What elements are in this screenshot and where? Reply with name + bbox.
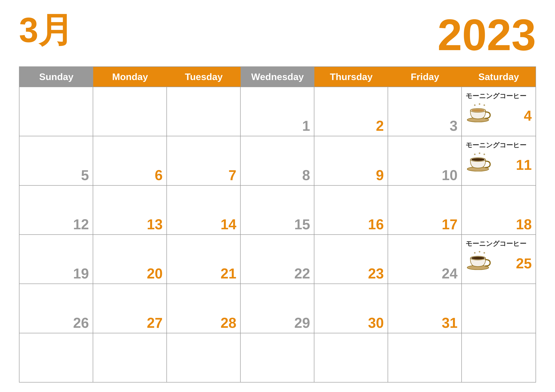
day-number: 29 xyxy=(294,316,310,330)
day-number: 18 xyxy=(516,217,532,231)
coffee-label: モーニングコーヒー xyxy=(466,141,526,150)
day-cell: モーニングコーヒー 4 xyxy=(462,87,535,136)
coffee-cup-icon xyxy=(466,249,491,271)
calendar-header: SundayMondayTuesdayWednesdayThursdayFrid… xyxy=(20,67,535,87)
day-number: 11 xyxy=(516,158,532,172)
day-header-friday: Friday xyxy=(388,67,462,87)
coffee-bottom: 25 xyxy=(466,249,532,271)
svg-point-14 xyxy=(471,257,485,259)
day-cell: 23 xyxy=(314,235,388,284)
day-number: 13 xyxy=(147,217,163,231)
week-row-3: 12131415161718 xyxy=(20,185,535,234)
day-number: 3 xyxy=(450,119,458,133)
svg-point-2 xyxy=(471,109,485,112)
day-cell: 21 xyxy=(167,235,241,284)
day-cell xyxy=(93,87,167,136)
day-number: 28 xyxy=(220,316,236,330)
day-cell: 6 xyxy=(93,136,167,185)
day-cell xyxy=(93,333,167,382)
svg-point-5 xyxy=(483,104,485,106)
coffee-event: モーニングコーヒー 11 xyxy=(466,139,532,172)
day-number: 22 xyxy=(294,266,310,281)
week-row-5: 262728293031 xyxy=(20,284,535,333)
svg-point-17 xyxy=(483,252,485,254)
day-number: 25 xyxy=(516,256,532,271)
day-number: 20 xyxy=(147,266,163,281)
day-header-wednesday: Wednesday xyxy=(241,67,314,87)
day-cell xyxy=(314,333,388,382)
day-cell: モーニングコーヒー 11 xyxy=(462,136,535,185)
day-cell: 1 xyxy=(241,87,314,136)
month-title: 3月 xyxy=(19,13,73,47)
week-row-6 xyxy=(20,333,535,382)
day-number: 31 xyxy=(442,316,458,330)
svg-point-15 xyxy=(474,252,475,254)
day-number: 23 xyxy=(368,266,384,281)
day-number: 1 xyxy=(302,119,310,133)
day-number: 24 xyxy=(442,266,458,281)
week-row-1: 123モーニングコーヒー 4 xyxy=(20,87,535,136)
day-cell: 22 xyxy=(241,235,314,284)
day-cell: 28 xyxy=(167,284,241,333)
day-cell: 16 xyxy=(314,186,388,234)
coffee-label: モーニングコーヒー xyxy=(466,239,526,248)
day-cell: 24 xyxy=(388,235,462,284)
day-cell: 10 xyxy=(388,136,462,185)
day-cell: モーニングコーヒー 25 xyxy=(462,235,535,284)
day-header-sunday: Sunday xyxy=(20,67,93,87)
day-cell xyxy=(388,333,462,382)
calendar-page: 3月 2023 SundayMondayTuesdayWednesdayThur… xyxy=(0,0,555,392)
day-cell: 20 xyxy=(93,235,167,284)
day-number: 6 xyxy=(155,168,163,182)
coffee-bottom: 11 xyxy=(466,151,532,172)
week-row-2: 5678910モーニングコーヒー 11 xyxy=(20,136,535,185)
coffee-cup-icon xyxy=(466,102,491,123)
day-number: 8 xyxy=(302,168,310,182)
day-number: 16 xyxy=(368,217,384,231)
calendar: SundayMondayTuesdayWednesdayThursdayFrid… xyxy=(19,66,536,383)
day-cell: 7 xyxy=(167,136,241,185)
day-cell: 13 xyxy=(93,186,167,234)
day-number: 26 xyxy=(73,316,89,330)
svg-point-8 xyxy=(471,158,485,161)
calendar-body: 123モーニングコーヒー 45678910モーニングコーヒー xyxy=(20,87,535,382)
day-cell: 26 xyxy=(20,284,93,333)
day-number: 14 xyxy=(220,217,236,231)
day-cell: 27 xyxy=(93,284,167,333)
day-cell xyxy=(20,333,93,382)
day-header-tuesday: Tuesday xyxy=(167,67,241,87)
day-number: 9 xyxy=(376,168,384,182)
day-header-thursday: Thursday xyxy=(314,67,388,87)
svg-point-4 xyxy=(479,103,480,105)
coffee-cup-icon xyxy=(466,151,491,172)
week-row-4: 192021222324モーニングコーヒー 25 xyxy=(20,234,535,284)
day-number: 5 xyxy=(81,168,89,182)
day-cell: 5 xyxy=(20,136,93,185)
day-number: 19 xyxy=(73,266,89,281)
day-cell xyxy=(241,333,314,382)
day-cell: 3 xyxy=(388,87,462,136)
day-number: 7 xyxy=(228,168,236,182)
day-number: 4 xyxy=(524,109,532,123)
day-cell: 30 xyxy=(314,284,388,333)
coffee-event: モーニングコーヒー 25 xyxy=(466,238,532,271)
day-cell xyxy=(462,284,535,333)
day-cell: 8 xyxy=(241,136,314,185)
day-number: 21 xyxy=(220,266,236,281)
day-number: 10 xyxy=(442,168,458,182)
svg-point-16 xyxy=(479,251,480,253)
day-cell: 31 xyxy=(388,284,462,333)
day-number: 27 xyxy=(147,316,163,330)
day-cell: 19 xyxy=(20,235,93,284)
svg-point-10 xyxy=(479,152,480,154)
day-cell: 29 xyxy=(241,284,314,333)
day-cell: 2 xyxy=(314,87,388,136)
day-number: 12 xyxy=(73,217,89,231)
day-cell xyxy=(167,333,241,382)
day-number: 2 xyxy=(376,119,384,133)
day-cell: 12 xyxy=(20,186,93,234)
day-cell: 15 xyxy=(241,186,314,234)
day-number: 17 xyxy=(442,217,458,231)
day-cell: 14 xyxy=(167,186,241,234)
header: 3月 2023 xyxy=(19,13,536,57)
